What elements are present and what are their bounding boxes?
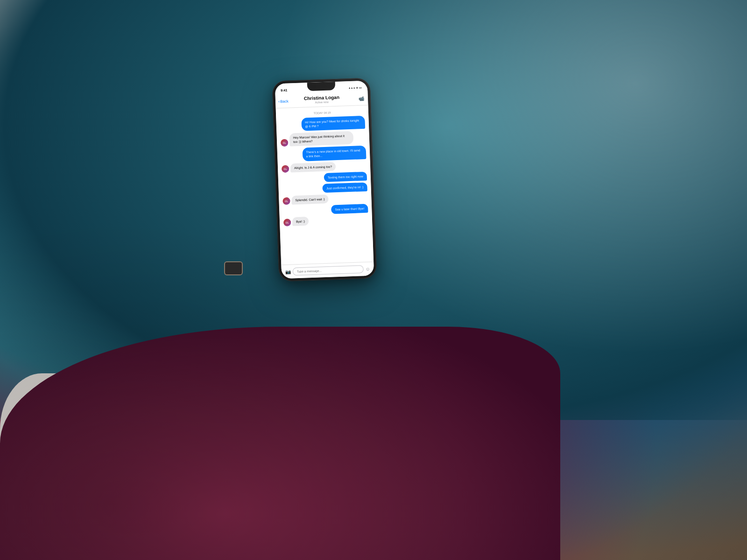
message-row: There's a new place in old town. I'll se… [281,146,366,162]
phone-wrapper: 9:41 ▲▲▲ ⌾ ▭ ‹ Back Christina Logan Acti… [272,77,377,281]
watch [224,261,243,275]
phone-notch [307,82,336,91]
message-bubble: Hi! How are you? Meet for drinks tonight… [301,116,365,131]
back-button[interactable]: ‹ Back [278,99,289,104]
message-bubble: Alright. Is J & A coming too? [290,162,336,172]
message-row: See u later then! Bye! [283,204,368,216]
message-bubble: Bye! :) [292,217,309,226]
battery-icon: ▭ [359,86,362,89]
status-icons: ▲▲▲ ⌾ ▭ [348,86,362,90]
message-row: CL Splendid. Can't wait :) [282,193,368,205]
message-row: Texting them too right now [282,171,367,183]
message-bubble: Just confirmed, they're in! :) [323,182,367,193]
message-row: CL Alright. Is J & A coming too? [282,161,367,172]
status-time: 9:41 [281,88,287,91]
video-call-icon[interactable]: 📹 [359,96,364,101]
message-row: Hi! How are you? Meet for drinks tonight… [280,116,365,132]
emoji-icon[interactable]: ☺ [365,266,370,272]
message-row: Just confirmed, they're in! :) [282,182,367,194]
signal-icon: ▲▲▲ [348,86,355,90]
message-bubble: See u later then! Bye! [331,204,368,214]
back-chevron-icon: ‹ [278,99,280,104]
message-row: CL Bye! :) [283,215,369,226]
message-bubble: Texting them too right now [324,171,367,182]
back-label[interactable]: Back [280,99,289,104]
date-divider: TODAY 04:19 [280,110,365,116]
wifi-icon: ⌾ [356,86,358,89]
sweater-arm [0,327,560,560]
messages-area: TODAY 04:19 Hi! How are you? Meet for dr… [276,105,374,265]
avatar: CL [282,165,289,173]
input-area: 📷 ☺ [281,261,374,279]
message-bubble: Hey Marcus! Was just thinking about it t… [289,131,353,147]
message-row: CL Hey Marcus! Was just thinking about i… [281,131,366,147]
avatar: CL [282,197,290,205]
message-bubble: Splendid. Can't wait :) [291,195,329,205]
message-input[interactable] [293,265,364,275]
message-bubble: There's a new place in old town. I'll se… [302,146,366,161]
phone-screen: 9:41 ▲▲▲ ⌾ ▭ ‹ Back Christina Logan Acti… [275,81,374,279]
avatar: CL [281,139,289,147]
phone-frame: 9:41 ▲▲▲ ⌾ ▭ ‹ Back Christina Logan Acti… [272,77,377,281]
camera-icon[interactable]: 📷 [285,269,291,274]
avatar: CL [283,219,291,227]
